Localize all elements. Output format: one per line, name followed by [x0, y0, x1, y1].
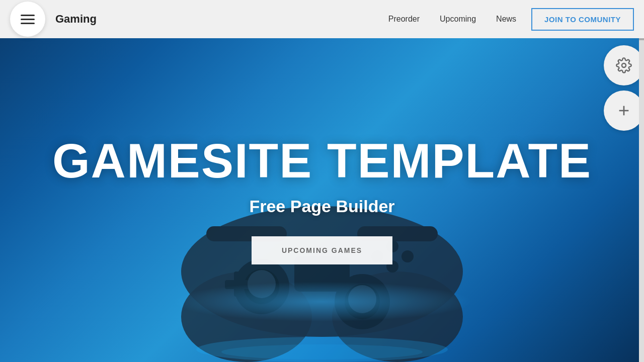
hero-section: GAMESITE TEMPLATE Free Page Builder UPCO… [0, 0, 644, 362]
floating-action-buttons [604, 45, 644, 136]
menu-bar-2 [21, 19, 35, 20]
menu-bar-3 [21, 23, 35, 24]
menu-bar-1 [21, 15, 35, 16]
hero-background: GAMESITE TEMPLATE Free Page Builder UPCO… [0, 0, 644, 362]
logo: Gaming [55, 13, 97, 26]
scrollbar[interactable] [639, 0, 644, 362]
hero-content: GAMESITE TEMPLATE Free Page Builder UPCO… [0, 0, 644, 362]
hero-title: GAMESITE TEMPLATE [52, 136, 592, 187]
plus-icon [616, 103, 632, 119]
gear-icon [616, 57, 632, 73]
join-community-button[interactable]: JOIN TO COMUNITY [531, 8, 634, 31]
navigation: Preorder Upcoming News [388, 15, 516, 24]
upcoming-games-button[interactable]: UPCOMING GAMES [252, 236, 392, 264]
nav-upcoming[interactable]: Upcoming [440, 15, 476, 24]
nav-news[interactable]: News [496, 15, 516, 24]
nav-preorder[interactable]: Preorder [388, 15, 420, 24]
menu-button[interactable] [10, 2, 45, 37]
hero-subtitle: Free Page Builder [249, 197, 394, 216]
svg-point-20 [622, 63, 626, 67]
header: Gaming Preorder Upcoming News JOIN TO CO… [0, 0, 644, 38]
add-button[interactable] [604, 90, 644, 131]
settings-button[interactable] [604, 45, 644, 85]
